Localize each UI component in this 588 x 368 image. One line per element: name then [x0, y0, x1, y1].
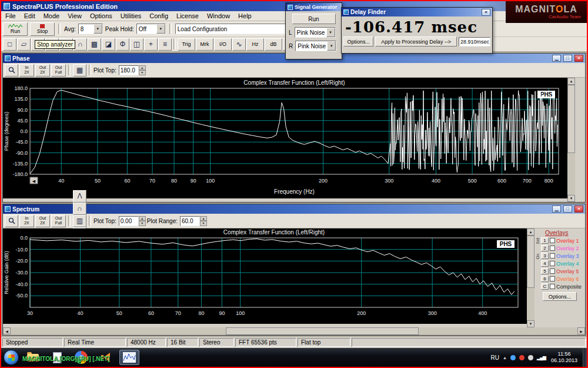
- tool-open-icon[interactable]: ▱: [17, 38, 31, 51]
- tool-sine-icon[interactable]: ∿: [232, 38, 246, 51]
- spectrum-vertical-scrollbar[interactable]: ▲ ▼: [527, 228, 534, 327]
- spin-up-icon[interactable]: ▲: [139, 65, 146, 71]
- overlay-set-6-button[interactable]: 6: [541, 276, 549, 282]
- phase-vertical-scrollbar[interactable]: ▲ ▼: [567, 78, 575, 202]
- overlay-on-2-checkbox[interactable]: [550, 246, 555, 251]
- close-button[interactable]: ×: [574, 205, 583, 213]
- spin-down-icon[interactable]: ▼: [200, 221, 207, 226]
- peak-button[interactable]: Λ: [73, 190, 86, 203]
- chevron-down-icon[interactable]: ▼: [326, 28, 335, 37]
- spectrum-titlebar[interactable]: Spectrum ▁ □ ×: [3, 204, 585, 214]
- spectrum-plot[interactable]: 304050607080901002003004000.0-10.0-20.0-…: [3, 228, 527, 324]
- spectrum-horizontal-scrollbar[interactable]: ◀ ▶: [3, 327, 585, 335]
- run-button[interactable]: Run: [3, 22, 28, 36]
- signal-generator-titlebar[interactable]: Signal Generator: [286, 3, 342, 11]
- peak-hold-select[interactable]: Off ▼: [136, 24, 166, 34]
- menu-options[interactable]: Options: [86, 12, 116, 20]
- zoom-button[interactable]: [5, 215, 18, 227]
- apply-processing-delay-button[interactable]: Apply to Processing Delay -->: [375, 37, 457, 47]
- zoom-in-2x-button[interactable]: In2X: [19, 64, 34, 77]
- scroll-up-icon[interactable]: ▲: [567, 78, 575, 85]
- zoom-out-2x-button[interactable]: Out2X: [35, 64, 50, 77]
- scroll-down-icon[interactable]: ▼: [567, 195, 575, 202]
- phase-plot[interactable]: 405060708090100200300400500600700800180.…: [3, 78, 567, 198]
- left-signal-select[interactable]: Pink Noise ▼: [295, 27, 336, 38]
- chevron-down-icon[interactable]: ▼: [156, 24, 165, 34]
- language-indicator[interactable]: RU: [491, 354, 499, 361]
- bars-button[interactable]: ▥: [73, 215, 86, 227]
- close-button[interactable]: ×: [482, 9, 490, 16]
- menu-help[interactable]: Help: [234, 12, 256, 20]
- tray-expand-icon[interactable]: ▲: [503, 356, 507, 360]
- tool-view-spectrogram-icon[interactable]: ▩: [88, 38, 101, 51]
- overlay-set-1-button[interactable]: 1: [541, 237, 549, 244]
- minimize-button[interactable]: ▁: [552, 55, 561, 62]
- tool-new-icon[interactable]: □: [3, 38, 16, 51]
- zoom-out-2x-button[interactable]: Out2X: [35, 215, 50, 227]
- overlay-on-5-checkbox[interactable]: [550, 268, 555, 274]
- overlay-on-C-checkbox[interactable]: [550, 284, 555, 289]
- menu-file[interactable]: File: [1, 12, 20, 20]
- start-button[interactable]: [4, 350, 19, 365]
- chevron-down-icon[interactable]: ▼: [327, 41, 336, 51]
- taskbar-spectraplus-icon[interactable]: [119, 350, 139, 365]
- tool-trigger-button[interactable]: Trig: [178, 38, 195, 51]
- scroll-right-icon[interactable]: ▶: [577, 327, 585, 334]
- spin-up-icon[interactable]: ▲: [139, 216, 146, 221]
- show-desktop-button[interactable]: [583, 348, 587, 367]
- load-configuration-select[interactable]: Load Configuration ▼: [175, 24, 300, 34]
- tray-app-icon[interactable]: [510, 355, 516, 360]
- overlay-on-4-checkbox[interactable]: [550, 261, 555, 266]
- scroll-up-icon[interactable]: ▲: [527, 228, 534, 236]
- overlay-set-5-button[interactable]: 5: [541, 268, 549, 274]
- menu-view[interactable]: View: [64, 12, 86, 20]
- maximize-button[interactable]: □: [563, 205, 572, 213]
- generator-run-button[interactable]: Run: [292, 14, 336, 24]
- menu-window[interactable]: Window: [203, 12, 234, 20]
- tool-view-dual-icon[interactable]: ◫: [130, 38, 143, 51]
- overlay-set-4-button[interactable]: 4: [541, 260, 549, 267]
- zoom-out-full-button[interactable]: OutFull: [51, 215, 66, 227]
- plot-top-spinner[interactable]: 180.0 ▲▼: [119, 65, 146, 75]
- grid-button[interactable]: ▦: [73, 64, 86, 77]
- tool-units-hz-button[interactable]: Hz: [246, 38, 264, 51]
- curve-button[interactable]: ∩: [73, 203, 86, 215]
- processing-delay-field[interactable]: 28.910msec: [459, 37, 490, 47]
- plot-top-spinner[interactable]: 0.00 ▲▼: [119, 216, 146, 226]
- close-button[interactable]: ×: [574, 55, 583, 62]
- scroll-left-icon[interactable]: ◀: [3, 327, 11, 334]
- chevron-down-icon[interactable]: ▼: [93, 24, 102, 34]
- tool-marker-button[interactable]: Mrk: [196, 38, 213, 51]
- tray-app-icon[interactable]: [519, 355, 524, 360]
- delay-options-button[interactable]: Options...: [343, 37, 373, 47]
- tool-units-db-button[interactable]: dB: [265, 38, 282, 51]
- overlay-on-3-checkbox[interactable]: [550, 253, 555, 258]
- overlays-title[interactable]: Overlays: [545, 230, 584, 236]
- delay-finder-titlebar[interactable]: Delay Finder ×: [342, 8, 492, 16]
- avg-select[interactable]: 8 ▼: [78, 24, 103, 34]
- tool-utilities-icon[interactable]: ≡: [158, 38, 172, 51]
- tool-view-phase-icon[interactable]: Φ: [116, 38, 129, 51]
- overlay-on-6-checkbox[interactable]: [550, 276, 555, 281]
- zoom-in-2x-button[interactable]: In2X: [19, 215, 34, 227]
- clock[interactable]: 11:56 06.10.2013: [549, 351, 579, 364]
- tool-view-spectrum-icon[interactable]: ∩: [74, 38, 87, 51]
- spin-down-icon[interactable]: ▼: [139, 70, 146, 75]
- zoom-button[interactable]: [5, 64, 18, 77]
- plot-range-spinner[interactable]: 60.0 ▲▼: [180, 216, 207, 226]
- maximize-button[interactable]: □: [563, 55, 572, 62]
- tool-markers-icon[interactable]: +: [144, 38, 158, 51]
- spin-up-icon[interactable]: ▲: [200, 216, 207, 221]
- zoom-out-full-button[interactable]: OutFull: [51, 64, 66, 77]
- tool-io-button[interactable]: I/O: [214, 38, 232, 51]
- overlay-on-1-checkbox[interactable]: [550, 238, 555, 243]
- overlay-set-C-button[interactable]: C: [541, 283, 549, 290]
- menu-mode[interactable]: Mode: [39, 12, 64, 20]
- overlay-options-button[interactable]: Options...: [543, 292, 577, 301]
- menu-config[interactable]: Config: [145, 12, 172, 20]
- network-icon[interactable]: ▂▄▆: [537, 355, 546, 360]
- overlay-set-3-button[interactable]: 3: [541, 253, 549, 259]
- stop-button[interactable]: Stop: [30, 22, 55, 36]
- right-signal-select[interactable]: Pink Noise ▼: [295, 41, 336, 51]
- minimize-button[interactable]: ▁: [552, 205, 561, 213]
